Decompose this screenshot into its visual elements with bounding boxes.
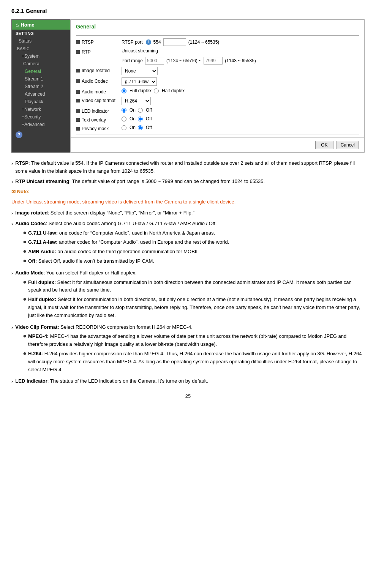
rtp-row: RTP Unicast streaming (76, 47, 359, 56)
led-on-label: On (130, 107, 136, 113)
privacy-off-radio[interactable] (138, 125, 143, 130)
g711u-text: G.711 U-law: one codec for “Computer Aud… (28, 229, 215, 237)
sidebar-item-security[interactable]: +Security (12, 113, 70, 121)
mpeg4-desc: MPEG-4: MPEG-4 has the advantage of send… (28, 333, 365, 348)
rtsp-row: RTSP RTSP port i 554 (1124 ~ 65535) (76, 37, 359, 47)
page-number: 25 (11, 393, 365, 399)
text-off-radio[interactable] (138, 117, 143, 121)
rtsp-label: RTSP (76, 38, 122, 45)
privacy-on-radio[interactable] (122, 125, 126, 130)
bullet-dot-mpeg4: ● (23, 333, 27, 339)
privacy-mask-row: Privacy mask On Off (76, 124, 359, 132)
half-duplex-item: ● Half duplex: Select it for communicati… (23, 296, 365, 319)
sidebar-home[interactable]: ⌂ Home (12, 20, 70, 30)
video-clip-select[interactable]: H.264 MPEG-4 (122, 97, 151, 105)
sidebar-item-general[interactable]: General (12, 68, 70, 75)
amr-text: AMR Audio: an audio codec of the third g… (28, 248, 199, 256)
audio-mode-list: ● Full duplex: Select it for simultaneou… (23, 279, 365, 320)
section-title: 6.2.1 General (11, 8, 365, 14)
arrow-icon-rtp: › (11, 178, 13, 186)
sidebar-section-setting: SETTING (12, 30, 70, 37)
h264-desc: H.264: H.264 provides higher compression… (28, 350, 365, 374)
g711a-text: G.711 A-law: another codec for “Computer… (28, 238, 229, 246)
off-text: Off: Select Off, audio file won’t be tra… (28, 257, 154, 265)
rtsp-desc: › RTSP: The default value is 554. If the… (11, 159, 365, 175)
rtp-desc-text: RTP Unicast streaming: The default value… (15, 178, 265, 186)
arrow-icon-led: › (11, 378, 13, 386)
half-duplex-desc: Half duplex: Select it for communication… (28, 296, 365, 319)
rtsp-value: RTSP port i 554 (1124 ~ 65535) (122, 38, 359, 46)
rtsp-info-icon[interactable]: i (146, 39, 151, 45)
led-indicator-row: LED indicator On Off (76, 106, 359, 115)
arrow-icon-audio: › (11, 220, 13, 228)
audio-codec-bullet (76, 79, 80, 83)
sidebar-item-stream1[interactable]: Stream 1 (12, 75, 70, 83)
rtp-desc: › RTP Unicast streaming: The default val… (11, 178, 365, 186)
ok-button[interactable]: OK (315, 141, 333, 149)
sidebar-item-stream2[interactable]: Stream 2 (12, 83, 70, 90)
full-duplex-item: ● Full duplex: Select it for simultaneou… (23, 279, 365, 295)
sidebar-home-label: Home (21, 22, 34, 28)
video-clip-list: ● MPEG-4: MPEG-4 has the advantage of se… (23, 333, 365, 374)
text-overlay-label: Text overlay (76, 116, 122, 123)
audio-mode-bullet (76, 90, 80, 94)
privacy-on-label: On (130, 125, 136, 130)
sidebar-item-system[interactable]: +System (12, 52, 70, 60)
bullet-dot-amr: ● (23, 248, 27, 254)
rtsp-port-input[interactable] (163, 38, 186, 46)
text-overlay-row: Text overlay On Off (76, 115, 359, 124)
sidebar-item-advanced[interactable]: Advanced (12, 90, 70, 98)
video-clip-label: Video clip format (76, 97, 122, 103)
sidebar-item-status[interactable]: Status (12, 37, 70, 45)
privacy-off-label: Off (146, 125, 152, 130)
text-overlay-bullet (76, 118, 80, 122)
image-rotated-select[interactable]: None Flip Mirror Mirror + Flip (122, 67, 158, 75)
rtp-label: RTP (76, 48, 122, 55)
cancel-button[interactable]: Cancel (337, 141, 359, 149)
audio-codec-desc: › Audio Codec: Select one audio codec am… (11, 220, 365, 267)
sidebar-item-network[interactable]: +Network (12, 106, 70, 113)
arrow-icon-mode: › (11, 270, 13, 277)
bullet-dot: ● (23, 230, 27, 236)
sidebar-item-playback[interactable]: Playback (12, 98, 70, 106)
sidebar-help[interactable]: ? (12, 128, 70, 141)
bullet-dot-half: ● (23, 296, 27, 302)
audio-mode-row: Audio mode Full duplex Half duplex (76, 87, 359, 96)
image-rotated-value: None Flip Mirror Mirror + Flip (122, 67, 359, 75)
image-rotated-label: Image rotated (76, 67, 122, 73)
text-overlay-value: On Off (122, 116, 359, 121)
video-clip-desc: › Video Clip Format: Select RECORDING co… (11, 323, 365, 375)
audio-mode-desc-content: Audio Mode: You can select Full duplex o… (15, 269, 365, 321)
sidebar-item-advanced2[interactable]: +Advanced (12, 121, 70, 128)
sidebar-item-camera[interactable]: -Camera (12, 60, 70, 68)
led-off-radio[interactable] (138, 108, 143, 113)
arrow-icon: › (11, 160, 13, 168)
port-start-input[interactable] (145, 57, 164, 65)
text-on-radio[interactable] (122, 117, 126, 121)
led-value: On Off (122, 107, 359, 113)
privacy-value: On Off (122, 125, 359, 130)
led-on-radio[interactable] (122, 108, 126, 113)
description-area: › RTSP: The default value is 554. If the… (11, 159, 365, 386)
half-duplex-label: Half duplex (162, 88, 185, 93)
sidebar-section-basic: -BASIC (12, 45, 70, 52)
h264-item: ● H.264: H.264 provides higher compressi… (23, 350, 365, 374)
panel-title: General (71, 20, 364, 32)
privacy-mask-label: Privacy mask (76, 125, 122, 131)
full-duplex-label: Full duplex (130, 88, 152, 93)
led-desc-text: LED Indicator: The status of the LED ind… (15, 377, 208, 385)
rtsp-desc-text: RTSP: The default value is 554. If the I… (15, 159, 365, 175)
text-off-label: Off (146, 116, 152, 121)
audio-codec-desc-content: Audio Codec: Select one audio codec amon… (15, 220, 229, 267)
video-clip-desc-content: Video Clip Format: Select RECORDING comp… (15, 323, 365, 375)
port-end-input[interactable] (204, 57, 223, 65)
help-icon[interactable]: ? (16, 131, 22, 138)
g711a-item: ● G.711 A-law: another codec for “Comput… (23, 238, 229, 246)
full-duplex-radio[interactable] (122, 88, 126, 93)
audio-codec-row: Audio Codec g.711 u-law g.711 a-law AMR … (76, 76, 359, 87)
video-clip-row: Video clip format H.264 MPEG-4 (76, 96, 359, 106)
image-rotated-desc: › Image rotated: Select the screen displ… (11, 209, 365, 218)
audio-codec-select[interactable]: g.711 u-law g.711 a-law AMR Audio Off (122, 77, 157, 86)
image-rotated-bullet (76, 69, 80, 73)
half-duplex-radio[interactable] (154, 88, 159, 93)
